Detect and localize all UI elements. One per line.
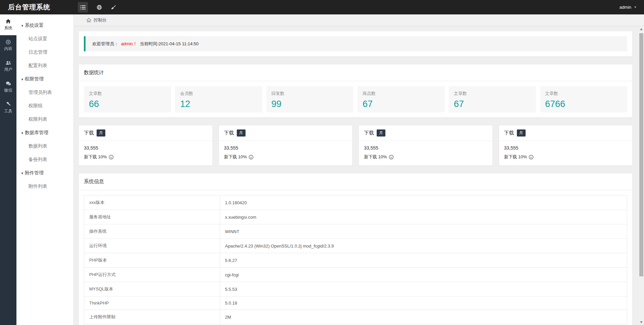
month-badge[interactable]: 月: [517, 129, 526, 137]
app-title: 后台管理系统: [0, 3, 74, 12]
row-label: 操作系统: [84, 224, 220, 239]
menu-entry[interactable]: 管理员列表: [16, 86, 73, 99]
menu-entry-label: 权限管理: [25, 76, 44, 82]
row-label: 上传附件限制: [84, 310, 220, 324]
content-area: 控制台 欢迎管理员： admin！ 当前时间:2021-04-15 11:14:…: [74, 14, 644, 325]
caret-down-icon: ▼: [21, 78, 24, 81]
menu-entry[interactable]: 附件列表: [16, 179, 73, 193]
row-value: cgi-fcgi: [220, 268, 627, 282]
menu-entry[interactable]: 日志管理: [16, 45, 73, 59]
rail-item-wechat[interactable]: 微信: [0, 77, 16, 98]
menu-entry[interactable]: ▼系统设置: [16, 18, 73, 32]
menu-entry[interactable]: 备份列表: [16, 153, 73, 166]
table-row: 运行环境 Apache/2.4.23 (Win32) OpenSSL/1.0.2…: [84, 239, 627, 253]
menu-entry[interactable]: ▼权限管理: [16, 72, 73, 86]
menu-entry[interactable]: ▼附件管理: [16, 166, 73, 179]
row-label: ThinkPHP: [84, 296, 220, 310]
month-badge[interactable]: 月: [97, 129, 105, 137]
stat-value: 66: [89, 99, 166, 109]
globe-button[interactable]: [97, 5, 102, 10]
menu-toggle-button[interactable]: [78, 2, 88, 12]
rail-item-content[interactable]: 内容: [0, 35, 16, 56]
month-badge[interactable]: 月: [237, 129, 246, 137]
download-card-body: 33,555 新下载 10%: [219, 141, 353, 165]
download-card-header: 下载 月: [79, 125, 212, 141]
theme-brush-button[interactable]: [111, 5, 116, 10]
rail-item-label: 系统: [4, 25, 12, 31]
rail-item-label: 内容: [4, 46, 12, 52]
row-label: 运行环境: [84, 239, 220, 253]
main-layout: 系统 内容 用户: [0, 14, 644, 325]
home-outline-icon[interactable]: [87, 18, 91, 22]
menu-entry-label: 站点设置: [29, 36, 47, 41]
menu-entry-label: 数据库管理: [25, 130, 48, 135]
stat-label: 会员数: [180, 91, 257, 97]
rail-item-tools[interactable]: 工具: [0, 98, 16, 118]
welcome-message: 欢迎管理员： admin！ 当前时间:2021-04-15 11:14:50: [84, 36, 627, 51]
scroll-thumb[interactable]: [639, 33, 643, 276]
download-card-body: 33,555 新下载 10%: [359, 141, 492, 165]
menu-entry[interactable]: ▼数据库管理: [16, 126, 73, 139]
menu-entry[interactable]: 站点设置: [16, 32, 73, 45]
download-title: 下载: [224, 130, 234, 136]
stat-label: 回复数: [271, 91, 348, 97]
menu-entry-label: 附件列表: [29, 183, 47, 189]
stat-label: 文章数: [89, 91, 166, 97]
row-label: MYSQL版本: [84, 282, 220, 296]
stat-value: 12: [180, 99, 257, 109]
menu-entry[interactable]: 权限列表: [16, 112, 73, 126]
welcome-prefix: 欢迎管理员：: [92, 41, 118, 46]
download-cards-row: 下载 月 33,555 新下载 10%: [78, 125, 633, 166]
globe-icon: [97, 5, 102, 10]
home-icon: [6, 19, 11, 24]
download-value: 33,555: [504, 145, 628, 151]
rail-item-users[interactable]: 用户: [0, 56, 16, 77]
smiley-icon: [529, 155, 534, 160]
user-menu[interactable]: admin ▼: [620, 5, 644, 10]
menu-entry-label: 权限列表: [29, 116, 47, 122]
stat-card: 商品数 67: [358, 86, 445, 112]
menu-entry[interactable]: 权限组: [16, 99, 73, 112]
table-row: xxx版本 1.0.180420: [84, 196, 627, 210]
download-card-body: 33,555 新下载 10%: [79, 141, 212, 165]
table-row: PHP版本 5.6.27: [84, 253, 627, 268]
menu-entry-label: 附件管理: [25, 170, 44, 175]
stat-value: 6766: [545, 99, 622, 109]
table-row: ThinkPHP 5.0.18: [84, 296, 627, 310]
menu-entry[interactable]: 数据列表: [16, 139, 73, 153]
welcome-time: 当前时间:2021-04-15 11:14:50: [140, 41, 199, 46]
breadcrumb-label[interactable]: 控制台: [94, 17, 107, 23]
month-badge[interactable]: 月: [377, 129, 385, 137]
download-value: 33,555: [364, 145, 487, 151]
download-value: 33,555: [224, 145, 347, 151]
tools-gavel-icon: [6, 102, 11, 107]
stats-cards: 文章数 66 会员数 12 回复数 99: [79, 81, 632, 117]
stat-card: 文章数 66: [84, 86, 171, 112]
download-sub-text: 新下载 10%: [504, 154, 527, 160]
welcome-panel: 欢迎管理员： admin！ 当前时间:2021-04-15 11:14:50: [78, 31, 633, 57]
stat-value: 67: [454, 99, 531, 109]
table-row: 操作系统 WINNT: [84, 224, 627, 239]
rail-item-system[interactable]: 系统: [0, 14, 16, 35]
table-row: 服务器地址 x.xuebingsi.com: [84, 210, 627, 224]
download-card: 下载 月 33,555 新下载 10%: [359, 125, 493, 166]
stat-label: 文章数: [545, 91, 622, 97]
username: admin: [620, 5, 631, 10]
smiley-icon: [249, 155, 254, 160]
chevron-down-icon: ▼: [634, 6, 637, 9]
users-icon: [6, 60, 11, 65]
download-sub: 新下载 10%: [84, 154, 207, 160]
wechat-comments-icon: [6, 81, 11, 86]
scroll-down-arrow-icon[interactable]: [640, 321, 643, 323]
menu-entry-label: 日志管理: [29, 49, 47, 55]
stat-card: 文章数 67: [449, 86, 536, 112]
menu-entry[interactable]: 配置列表: [16, 59, 73, 72]
row-value: 2M: [220, 310, 627, 324]
stat-value: 99: [271, 99, 348, 109]
vertical-scrollbar[interactable]: [639, 26, 644, 325]
system-info-panel: 系统信息 xxx版本 1.0.180420 服务器地址 x.xueb: [78, 173, 633, 325]
row-value: x.xuebingsi.com: [220, 210, 627, 224]
download-card: 下载 月 33,555 新下载 10%: [499, 125, 633, 166]
table-row: 上传附件限制 2M: [84, 310, 627, 324]
scroll-up-arrow-icon[interactable]: [640, 28, 643, 30]
